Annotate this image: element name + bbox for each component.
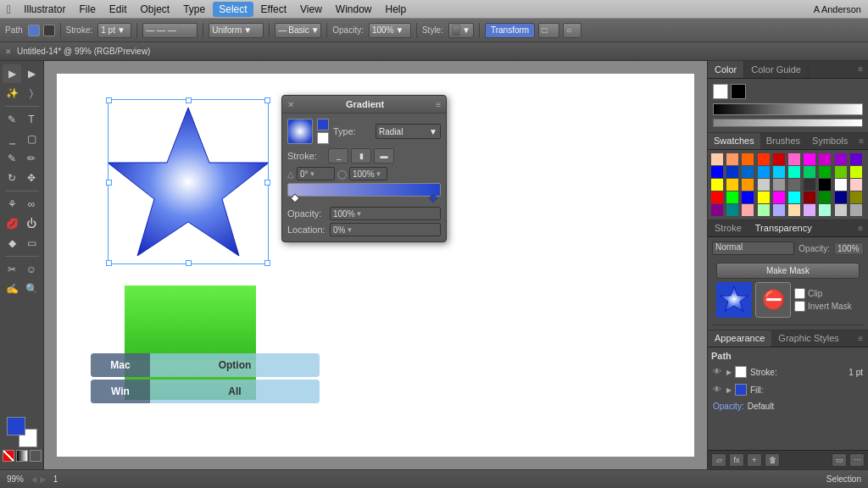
swatch-cell[interactable] (819, 153, 831, 165)
menu-object[interactable]: Object (135, 2, 176, 17)
stroke-btn-3[interactable]: ▬ (374, 148, 394, 164)
layers-btn[interactable]: ▱ (711, 453, 726, 467)
aspect-input[interactable]: 100% ▼ (349, 167, 387, 180)
swatch-cell[interactable] (804, 191, 815, 203)
artboards-btn[interactable]: ▭ (832, 453, 847, 467)
stroke-color-indicator[interactable] (735, 366, 747, 378)
menu-select[interactable]: Select (213, 2, 253, 17)
swatch-cell[interactable] (758, 179, 770, 191)
swatch-cell[interactable] (711, 166, 723, 178)
eraser-tool[interactable]: ☺ (22, 260, 41, 279)
menu-illustrator[interactable]: Illustrator (18, 2, 71, 17)
swatch-cell[interactable] (742, 204, 754, 216)
swatch-cell[interactable] (788, 204, 800, 216)
swatch-cell[interactable] (773, 166, 785, 178)
eyedropper-tool[interactable]: 💋 (3, 214, 21, 233)
lasso-tool[interactable]: 〉 (22, 84, 41, 103)
style-select[interactable]: ▼ (448, 23, 474, 38)
warp-tool[interactable]: ⚘ (3, 195, 21, 214)
color-box-white[interactable] (713, 84, 728, 99)
extra-btn[interactable]: ○ (563, 23, 581, 38)
fill-color-btn[interactable] (43, 25, 55, 36)
swatch-cell[interactable] (773, 191, 785, 203)
magic-wand-tool[interactable]: ✨ (3, 84, 21, 103)
type-tool[interactable]: T (22, 110, 41, 129)
swatches-panel-menu[interactable]: ≡ (854, 133, 868, 149)
direct-select-tool[interactable]: ▶ (22, 64, 41, 83)
star-object[interactable] (108, 99, 269, 264)
tab-graphic-styles[interactable]: Graphic Styles (771, 330, 846, 347)
menu-edit[interactable]: Edit (103, 2, 133, 17)
swatch-cell[interactable] (726, 153, 738, 165)
menu-view[interactable]: View (294, 2, 328, 17)
swatch-cell[interactable] (711, 179, 723, 191)
swatch-cell[interactable] (788, 166, 800, 178)
swatch-cell[interactable] (726, 204, 738, 216)
scissors-tool[interactable]: ✂ (3, 260, 21, 279)
swatch-cell[interactable] (850, 166, 862, 178)
swatch-cell[interactable] (758, 166, 770, 178)
swatch-cell[interactable] (726, 191, 738, 203)
swatch-cell[interactable] (804, 166, 815, 178)
pencil-tool[interactable]: ✏ (22, 149, 41, 168)
zoom-tool[interactable]: 🔍 (22, 280, 41, 298)
tab-appearance[interactable]: Appearance (708, 330, 771, 347)
pen-tool[interactable]: ✎ (3, 110, 21, 129)
color-panel-menu[interactable]: ≡ (853, 61, 868, 78)
scale-tool[interactable]: ✥ (22, 169, 41, 187)
opacity-value-trans[interactable]: 100% (834, 242, 864, 255)
tab-symbols[interactable]: Symbols (806, 133, 854, 149)
opacity-select[interactable]: 100%▼ (369, 23, 411, 38)
none-swatch[interactable] (3, 450, 14, 462)
menu-help[interactable]: Help (380, 2, 413, 17)
align-btn[interactable]: □ (538, 23, 559, 38)
swatch-cell[interactable] (835, 204, 847, 216)
type-select[interactable]: Radial ▼ (376, 124, 441, 139)
gradient-bg-swatch[interactable] (317, 132, 329, 144)
swatch-cell[interactable] (835, 179, 847, 191)
swatch-cell[interactable] (742, 179, 754, 191)
measure-tool[interactable]: ⏻ (22, 214, 41, 233)
swatch-cell[interactable] (726, 166, 738, 178)
new-item-btn[interactable]: + (747, 453, 762, 467)
more-btn[interactable]: ⋯ (849, 453, 865, 467)
swatch-cell[interactable] (758, 153, 770, 165)
swatch-cell[interactable] (788, 191, 800, 203)
gradient-tool[interactable]: ◆ (3, 234, 21, 252)
fill-expand-btn[interactable]: ▶ (726, 386, 732, 394)
swatch-cell[interactable] (819, 166, 831, 178)
swatch-cell[interactable] (742, 166, 754, 178)
swatch-cell[interactable] (711, 204, 723, 216)
tab-swatches[interactable]: Swatches (708, 133, 760, 149)
stroke-btn-2[interactable]: ▮ (351, 148, 371, 164)
swatch-cell[interactable] (773, 204, 785, 216)
swatch-cell[interactable] (758, 191, 770, 203)
swatch-cell[interactable] (819, 191, 831, 203)
swatch-cell[interactable] (819, 204, 831, 216)
fill-color-indicator[interactable] (735, 384, 747, 396)
gradient-close-btn[interactable]: ✕ (287, 100, 294, 109)
appearance-opacity-link[interactable]: Opacity: (713, 402, 744, 411)
swatch-cell[interactable] (835, 153, 847, 165)
tab-transparency[interactable]: Transparency (748, 220, 819, 236)
menu-type[interactable]: Type (177, 2, 211, 17)
make-mask-btn[interactable]: Make Mask (716, 263, 860, 279)
rect-tool[interactable]: ▢ (22, 130, 41, 148)
swatch-cell[interactable] (788, 153, 800, 165)
swatch-cell[interactable] (850, 204, 862, 216)
menu-window[interactable]: Window (330, 2, 378, 17)
stroke-trans-menu[interactable]: ≡ (853, 220, 868, 236)
tab-brushes[interactable]: Brushes (760, 133, 806, 149)
paintbrush-tool[interactable]: ✎ (3, 149, 21, 168)
transform-btn[interactable]: Transform (485, 23, 535, 38)
blend-mode-select[interactable]: Normal (712, 241, 794, 255)
stroke-color-btn[interactable] (28, 25, 40, 36)
mesh-tool[interactable]: ▭ (22, 234, 41, 252)
swatch-cell[interactable] (742, 153, 754, 165)
apple-menu[interactable]:  (7, 3, 11, 16)
invert-mask-checkbox[interactable] (794, 301, 805, 312)
swatch-cell[interactable] (804, 179, 815, 191)
gradient-swatch[interactable] (16, 450, 28, 462)
gradient-color-bar[interactable] (287, 183, 441, 197)
basic-select[interactable]: — Basic▼ (275, 23, 321, 38)
